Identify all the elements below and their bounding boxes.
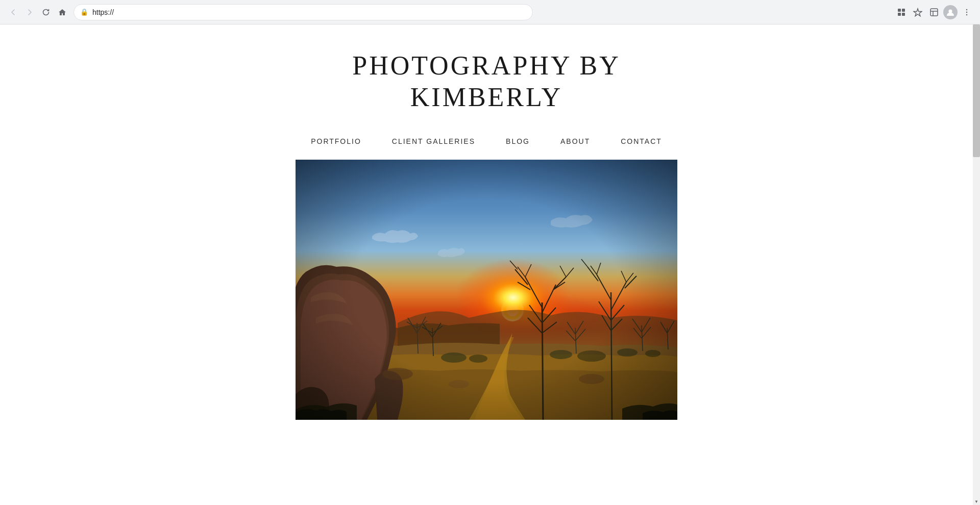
back-button[interactable] xyxy=(6,5,20,19)
svg-point-8 xyxy=(966,14,967,15)
nav-contact[interactable]: CONTACT xyxy=(621,137,662,145)
profile-avatar[interactable] xyxy=(943,5,958,19)
nav-blog[interactable]: BLOG xyxy=(506,137,530,145)
website-content: PHOTOGRAPHY BY KIMBERLY PORTFOLIO CLIENT… xyxy=(0,24,973,505)
favorites-button[interactable] xyxy=(911,5,925,19)
nav-portfolio[interactable]: PORTFOLIO xyxy=(311,137,361,145)
address-bar[interactable]: 🔒 https:// xyxy=(74,4,533,20)
nav-client-galleries[interactable]: CLIENT GALLERIES xyxy=(392,137,475,145)
svg-rect-4 xyxy=(930,9,938,16)
nav-buttons xyxy=(6,5,69,19)
scrollbar-track: ▲ ▼ xyxy=(973,24,980,505)
svg-point-7 xyxy=(966,11,967,12)
svg-rect-24 xyxy=(296,160,677,420)
lock-icon: 🔒 xyxy=(80,8,88,16)
svg-rect-0 xyxy=(898,9,901,12)
site-title: PHOTOGRAPHY BY KIMBERLY xyxy=(0,50,973,114)
extensions-button[interactable] xyxy=(894,5,909,19)
scrollbar-down[interactable]: ▼ xyxy=(973,498,980,505)
collections-button[interactable] xyxy=(927,5,941,19)
svg-rect-2 xyxy=(898,13,901,16)
site-nav: PORTFOLIO CLIENT GALLERIES BLOG ABOUT CO… xyxy=(311,129,662,160)
nav-about[interactable]: ABOUT xyxy=(560,137,590,145)
browser-actions xyxy=(894,5,974,19)
svg-point-5 xyxy=(949,9,952,13)
svg-point-6 xyxy=(966,9,967,10)
scrollbar-thumb[interactable] xyxy=(973,24,980,157)
site-header: PHOTOGRAPHY BY KIMBERLY xyxy=(0,24,973,129)
forward-button[interactable] xyxy=(22,5,37,19)
home-button[interactable] xyxy=(55,5,69,19)
hero-image-container xyxy=(296,160,677,420)
reload-button[interactable] xyxy=(39,5,53,19)
svg-rect-3 xyxy=(902,13,905,16)
menu-button[interactable] xyxy=(960,5,974,19)
browser-chrome: 🔒 https:// xyxy=(0,0,980,24)
landscape-svg xyxy=(296,160,677,420)
hero-image xyxy=(296,160,677,420)
svg-rect-1 xyxy=(902,9,905,12)
url-text: https:// xyxy=(92,8,114,16)
